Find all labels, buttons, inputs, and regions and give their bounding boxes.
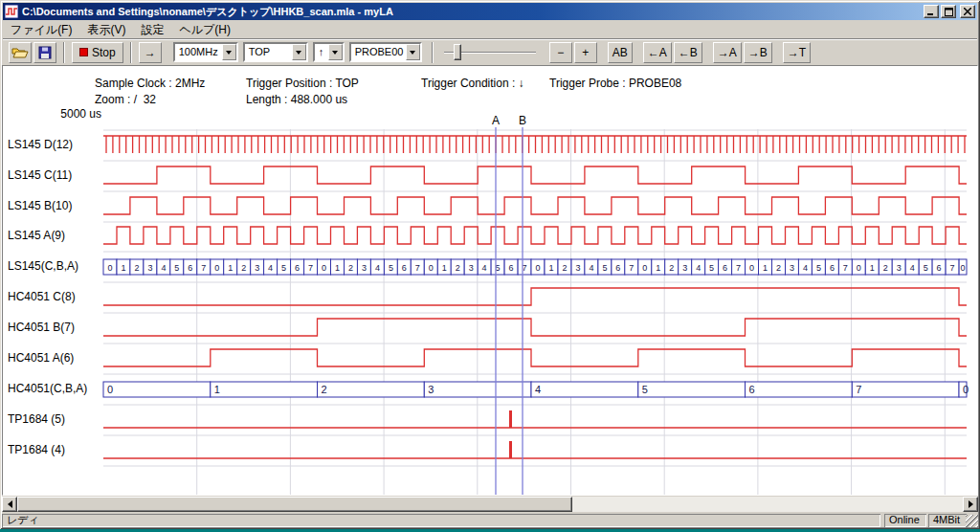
trigger-edge-select[interactable]: ↑ (313, 42, 345, 62)
trigger-position-select[interactable]: TOP (243, 42, 308, 62)
goto-trigger-button[interactable]: →T (783, 42, 811, 63)
goto-a-left-button[interactable]: ←A (643, 42, 672, 63)
scroll-right-button[interactable] (963, 497, 978, 512)
minimize-button[interactable] (924, 5, 939, 18)
resize-grip[interactable] (966, 515, 978, 527)
position-slider[interactable] (442, 42, 538, 63)
goto-a-right-button[interactable]: →A (713, 42, 742, 63)
chevron-down-icon[interactable] (292, 44, 306, 60)
menu-settings[interactable]: 設定 (133, 20, 171, 40)
menu-file[interactable]: ファイル(F) (3, 20, 79, 40)
chevron-down-icon[interactable] (222, 44, 236, 60)
titlebar[interactable]: C:\Documents and Settings\noname\デスクトップ\… (3, 3, 977, 20)
close-button[interactable] (960, 5, 975, 18)
stop-label: Stop (92, 46, 116, 59)
save-button[interactable] (33, 42, 56, 63)
status-online-badge: Online (884, 514, 926, 527)
waveform-view-background (2, 65, 978, 496)
trigger-edge-value: ↑ (315, 44, 328, 60)
goto-b-right-button[interactable]: →B (744, 42, 772, 63)
maximize-icon (945, 8, 953, 16)
app-window: C:\Documents and Settings\noname\デスクトップ\… (0, 0, 980, 529)
maximize-button[interactable] (941, 5, 956, 18)
toolbar-separator (63, 42, 65, 63)
trigger-probe-value: PROBE00 (351, 44, 406, 60)
save-floppy-icon (38, 46, 52, 59)
run-button[interactable]: → (139, 42, 162, 63)
menubar: ファイル(F) 表示(V) 設定 ヘルプ(H) (3, 21, 977, 38)
sample-rate-value: 100MHz (175, 44, 222, 60)
status-ready-text: レディ (2, 514, 880, 527)
sample-rate-select[interactable]: 100MHz (173, 42, 238, 62)
cursor-ab-button[interactable]: AB (608, 42, 633, 63)
app-icon (5, 5, 18, 18)
status-memory-badge: 4MBit (928, 514, 967, 527)
close-icon (964, 8, 971, 15)
menu-help[interactable]: ヘルプ(H) (171, 20, 238, 40)
stop-icon (79, 48, 88, 56)
toolbar: Stop → 100MHz TOP ↑ PROBE00 − + AB ←A (3, 38, 977, 65)
toolbar-separator (432, 42, 434, 63)
statusbar: レディ Online 4MBit (2, 514, 978, 527)
toolbar-separator (130, 42, 132, 63)
scrollbar-thumb[interactable] (17, 497, 572, 512)
open-button[interactable] (9, 42, 32, 63)
scroll-left-button[interactable] (2, 497, 17, 512)
menu-view[interactable]: 表示(V) (79, 20, 133, 40)
trigger-position-value: TOP (245, 44, 292, 60)
stop-button[interactable]: Stop (72, 42, 123, 63)
trigger-probe-select[interactable]: PROBE00 (349, 42, 422, 62)
arrow-right-icon (969, 500, 977, 508)
zoom-in-button[interactable]: + (574, 42, 597, 63)
window-title: C:\Documents and Settings\noname\デスクトップ\… (22, 5, 922, 19)
goto-b-left-button[interactable]: ←B (674, 42, 702, 63)
arrow-left-icon (4, 500, 12, 508)
slider-thumb[interactable] (454, 44, 461, 60)
run-arrow-label: → (145, 46, 156, 59)
minimize-icon (927, 8, 935, 15)
horizontal-scrollbar[interactable] (2, 497, 978, 512)
open-folder-icon (11, 46, 29, 59)
chevron-down-icon[interactable] (406, 44, 420, 60)
chevron-down-icon[interactable] (328, 44, 343, 60)
zoom-out-button[interactable]: − (549, 42, 572, 63)
